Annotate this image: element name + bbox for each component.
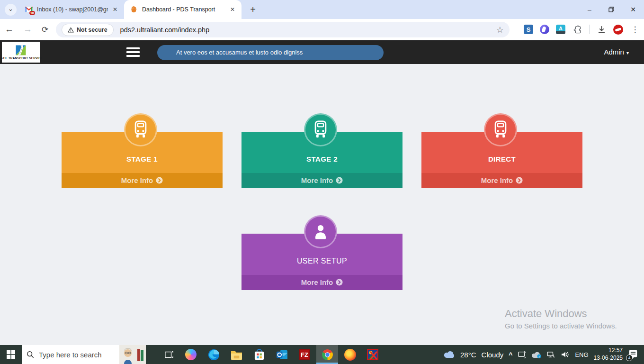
clock-time: 12:57 [594, 347, 623, 355]
search-icon [27, 351, 34, 358]
logo-text: PATIL TRANSPORT SERVICE [0, 56, 43, 60]
browser-tab-strip: ⌄ 10 Inbox (10) - swapj2001@gmail.c ✕ [0, 0, 644, 19]
back-icon[interactable]: ← [5, 24, 14, 35]
volume-icon[interactable] [561, 351, 570, 358]
more-info-label: More Info [301, 278, 333, 286]
more-info-link[interactable]: More Info [242, 173, 402, 188]
not-secure-chip[interactable]: Not secure [62, 24, 114, 36]
weather-cloud-icon [444, 351, 455, 358]
clock-date: 13-06-2025 [594, 355, 623, 362]
extension-s-icon[interactable]: S [524, 25, 533, 34]
user-icon [304, 215, 337, 248]
microsoft-store-button[interactable] [248, 345, 270, 364]
start-button[interactable] [0, 345, 22, 364]
windows-taskbar: Type here to search [0, 345, 644, 364]
weather-temp[interactable]: 28°C [460, 351, 476, 359]
more-info-link[interactable]: More Info [62, 173, 223, 188]
store-icon [254, 349, 265, 360]
onedrive-icon[interactable]: i [531, 351, 542, 358]
firefox-button[interactable] [339, 345, 361, 364]
arrow-circle-icon [336, 174, 343, 189]
extension-translate-icon[interactable]: A [556, 25, 565, 34]
filezilla-icon: FZ [299, 349, 310, 360]
task-view-button[interactable] [158, 345, 180, 364]
watermark-title: Activate Windows [505, 308, 617, 320]
bus-icon [304, 113, 337, 146]
file-explorer-button[interactable] [225, 345, 247, 364]
watermark-subtitle: Go to Settings to activate Windows. [505, 322, 617, 330]
warning-icon [68, 27, 74, 33]
new-tab-button[interactable]: + [247, 4, 259, 15]
card-direct: DIRECT More Info [421, 113, 582, 188]
admin-menu[interactable]: Admin▾ [604, 40, 629, 65]
irfanview-icon [367, 349, 378, 360]
notice-banner[interactable]: At vero eos et accusamus et iusto odio d… [157, 45, 384, 60]
menu-hamburger-icon[interactable] [126, 47, 140, 59]
svg-text:i: i [539, 355, 540, 358]
irfanview-button[interactable] [362, 345, 384, 364]
forward-icon[interactable]: → [23, 24, 32, 35]
window-close-button[interactable]: ✕ [622, 0, 644, 19]
file-explorer-icon [231, 349, 242, 360]
system-tray: 28°C Cloudy ^ i ENG 12:57 13-06-2025 [444, 347, 644, 362]
filezilla-button[interactable]: FZ [294, 345, 315, 364]
url-text[interactable]: pds2.ultraliant.com/index.php [120, 26, 210, 34]
notification-badge: 4 [626, 355, 633, 361]
more-info-label: More Info [121, 176, 153, 184]
screen-cast-icon[interactable] [518, 351, 526, 358]
card-stage1: STAGE 1 More Info [62, 113, 223, 188]
site-logo[interactable]: PATIL TRANSPORT SERVICE [2, 42, 40, 63]
window-restore-button[interactable] [600, 0, 622, 19]
tab-title: Dashboard - PDS Transport [142, 6, 225, 13]
toolbar-separator [589, 25, 590, 34]
window-minimize-button[interactable]: – [579, 0, 600, 19]
tab-dashboard[interactable]: Dashboard - PDS Transport ✕ [124, 0, 242, 19]
outlook-icon [276, 349, 288, 360]
tab-gmail[interactable]: 10 Inbox (10) - swapj2001@gmail.c ✕ [19, 0, 124, 19]
taskbar-clock[interactable]: 12:57 13-06-2025 [594, 347, 623, 362]
bookmark-star-icon[interactable]: ☆ [496, 25, 504, 35]
search-placeholder: Type here to search [39, 351, 102, 359]
downloads-icon[interactable] [596, 24, 607, 35]
taskbar-search-input[interactable]: Type here to search [22, 345, 146, 364]
activate-windows-watermark: Activate Windows Go to Settings to activ… [505, 308, 617, 330]
card-title: DIRECT [421, 155, 582, 163]
arrow-circle-icon [516, 174, 523, 189]
window-controls: – ✕ [579, 0, 644, 19]
reload-icon[interactable]: ⟳ [42, 25, 48, 35]
more-info-link[interactable]: More Info [242, 275, 402, 290]
road-logo-icon [15, 45, 27, 56]
gmail-icon: 10 [25, 5, 33, 14]
extensions-puzzle-icon[interactable] [572, 24, 582, 35]
chrome-button-active[interactable] [316, 345, 338, 364]
windows-logo-icon [7, 350, 15, 359]
svg-text:FZ: FZ [301, 351, 308, 358]
outlook-button[interactable] [271, 345, 293, 364]
language-indicator[interactable]: ENG [575, 351, 588, 358]
arrow-circle-icon [156, 174, 163, 189]
chrome-icon [322, 349, 333, 361]
tray-expand-icon[interactable]: ^ [509, 351, 512, 359]
card-stage2: STAGE 2 More Info [242, 113, 402, 188]
network-icon[interactable] [547, 351, 555, 358]
copilot-icon [185, 349, 197, 360]
search-box-art [119, 345, 146, 364]
tab-close-icon[interactable]: ✕ [112, 5, 118, 14]
weather-condition[interactable]: Cloudy [482, 351, 504, 359]
not-secure-label: Not secure [77, 27, 107, 33]
site-header: PATIL TRANSPORT SERVICE At vero eos et a… [0, 40, 644, 64]
firefox-icon [344, 349, 356, 361]
copilot-button[interactable] [180, 345, 202, 364]
bus-icon [484, 113, 517, 146]
address-bar[interactable]: Not secure pds2.ultraliant.com/index.php… [56, 22, 510, 37]
tab-search-icon[interactable]: ⌄ [5, 4, 17, 16]
notification-center-button[interactable]: 4 [628, 349, 639, 360]
card-title: USER SETUP [242, 257, 402, 265]
tab-close-icon[interactable]: ✕ [229, 5, 236, 14]
more-info-link[interactable]: More Info [421, 173, 582, 188]
extension-adobe-icon[interactable] [613, 25, 623, 35]
browser-menu-icon[interactable]: ⋮ [630, 24, 640, 35]
edge-button[interactable] [203, 345, 224, 364]
extension-sider-icon[interactable] [540, 25, 549, 34]
more-info-label: More Info [481, 176, 513, 184]
